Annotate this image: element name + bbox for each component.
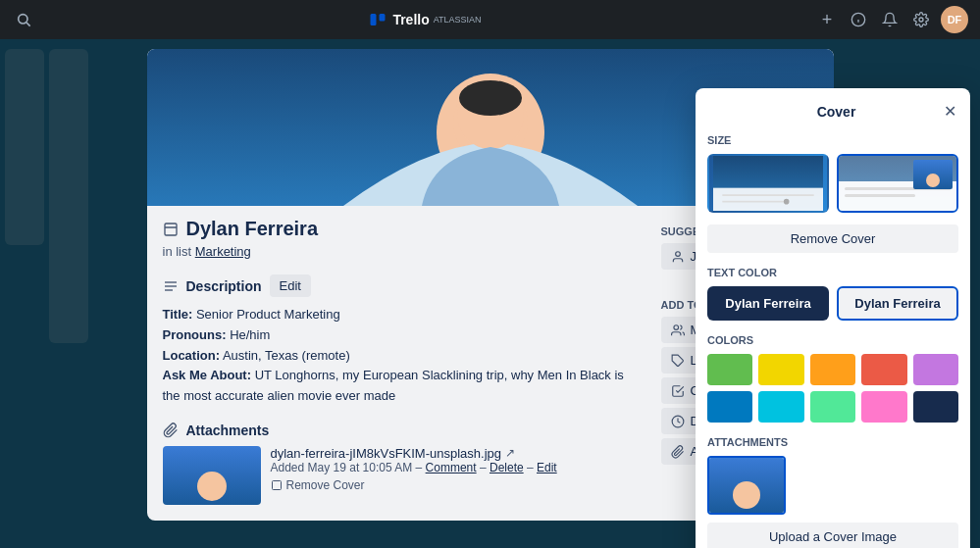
svg-point-27 bbox=[784, 199, 790, 205]
attachments-label: Attachments bbox=[186, 423, 270, 438]
remove-cover-link[interactable]: Remove Cover bbox=[271, 478, 557, 492]
edit-link[interactable]: Edit bbox=[537, 461, 557, 474]
remove-cover-button[interactable]: Remove Cover bbox=[707, 224, 958, 253]
topbar-left bbox=[12, 8, 35, 31]
color-swatch-dark[interactable] bbox=[913, 391, 958, 423]
user-avatar[interactable]: DF bbox=[941, 6, 968, 33]
description-header: Description Edit bbox=[163, 274, 645, 297]
svg-point-20 bbox=[673, 324, 678, 329]
topbar: Trello ATLASSIAN + DF bbox=[0, 0, 980, 39]
colors-label: COLORS bbox=[707, 334, 958, 346]
card-title: Dylan Ferreira bbox=[186, 218, 319, 240]
svg-point-0 bbox=[19, 15, 27, 24]
color-swatch-green[interactable] bbox=[707, 354, 752, 385]
description-label: Description bbox=[186, 278, 262, 294]
topbar-right: + DF bbox=[815, 6, 968, 33]
description-icon bbox=[163, 278, 179, 294]
svg-rect-2 bbox=[371, 14, 377, 25]
text-color-options: Dylan Ferreira Dylan Ferreira bbox=[707, 286, 958, 321]
text-color-light-option[interactable]: Dylan Ferreira bbox=[837, 286, 958, 321]
text-color-dark-option[interactable]: Dylan Ferreira bbox=[707, 286, 829, 321]
color-swatch-orange[interactable] bbox=[810, 354, 855, 385]
color-swatch-teal[interactable] bbox=[810, 391, 855, 423]
svg-line-1 bbox=[26, 23, 30, 26]
color-swatch-purple[interactable] bbox=[913, 354, 958, 385]
cover-panel: Cover ✕ SIZE bbox=[696, 88, 970, 548]
color-swatch-cyan[interactable] bbox=[758, 391, 803, 423]
attachment-filename: dylan-ferreira-jIM8kVsFKIM-unsplash.jpg bbox=[271, 446, 502, 461]
color-swatch-yellow[interactable] bbox=[758, 354, 803, 385]
attachments-panel-label: ATTACHMENTS bbox=[707, 436, 958, 448]
app-logo: Trello ATLASSIAN bbox=[392, 12, 481, 27]
add-icon[interactable]: + bbox=[815, 8, 839, 31]
board-area: Dylan Ferreira in list Marketing Descrip… bbox=[0, 39, 980, 548]
attachment-thumbnail bbox=[163, 446, 261, 505]
color-swatch-blue[interactable] bbox=[707, 391, 752, 423]
comment-link[interactable]: Comment bbox=[426, 461, 477, 474]
card-icon bbox=[163, 222, 179, 237]
colors-grid bbox=[707, 354, 958, 423]
panel-header: Cover ✕ bbox=[707, 100, 958, 123]
size-cropped-option[interactable] bbox=[707, 154, 829, 213]
svg-point-7 bbox=[919, 18, 923, 22]
svg-point-19 bbox=[675, 251, 680, 256]
text-color-label: TEXT COLOR bbox=[707, 267, 958, 278]
bell-icon[interactable] bbox=[878, 8, 902, 31]
panel-title: Cover bbox=[731, 104, 942, 120]
size-options bbox=[707, 154, 958, 213]
svg-rect-13 bbox=[165, 224, 177, 235]
svg-rect-3 bbox=[380, 14, 386, 22]
svg-rect-18 bbox=[272, 480, 281, 489]
attachments-section: Attachments dylan-ferreira-jIM8kVsFKIM-u… bbox=[163, 423, 645, 505]
card-main: Dylan Ferreira in list Marketing Descrip… bbox=[163, 214, 645, 505]
edit-description-button[interactable]: Edit bbox=[270, 274, 311, 297]
upload-cover-button[interactable]: Upload a Cover Image bbox=[707, 523, 958, 548]
attachments-header: Attachments bbox=[163, 423, 645, 438]
size-full-option[interactable] bbox=[837, 154, 958, 213]
topbar-center: Trello ATLASSIAN bbox=[369, 11, 481, 28]
settings-icon[interactable] bbox=[909, 8, 933, 31]
card-subtitle: in list Marketing bbox=[163, 244, 645, 259]
attachment-preview[interactable] bbox=[707, 456, 786, 515]
modal-overlay: Dylan Ferreira in list Marketing Descrip… bbox=[0, 39, 980, 548]
external-link-icon: ↗ bbox=[505, 446, 515, 460]
size-label: SIZE bbox=[707, 134, 958, 146]
svg-rect-24 bbox=[713, 188, 823, 211]
attachment-item: dylan-ferreira-jIM8kVsFKIM-unsplash.jpg … bbox=[163, 446, 645, 505]
attachment-icon bbox=[163, 423, 179, 438]
delete-link[interactable]: Delete bbox=[490, 461, 524, 474]
search-icon[interactable] bbox=[12, 8, 35, 31]
description-text: Title: Senior Product Marketing Pronouns… bbox=[163, 305, 645, 407]
color-swatch-red[interactable] bbox=[861, 354, 906, 385]
attachment-info: dylan-ferreira-jIM8kVsFKIM-unsplash.jpg … bbox=[271, 446, 557, 492]
svg-point-12 bbox=[459, 80, 522, 116]
card-title-row: Dylan Ferreira bbox=[163, 218, 645, 240]
color-swatch-pink[interactable] bbox=[861, 391, 906, 423]
info-icon[interactable] bbox=[847, 8, 870, 31]
list-link[interactable]: Marketing bbox=[195, 244, 251, 259]
panel-close-button[interactable]: ✕ bbox=[942, 100, 958, 123]
